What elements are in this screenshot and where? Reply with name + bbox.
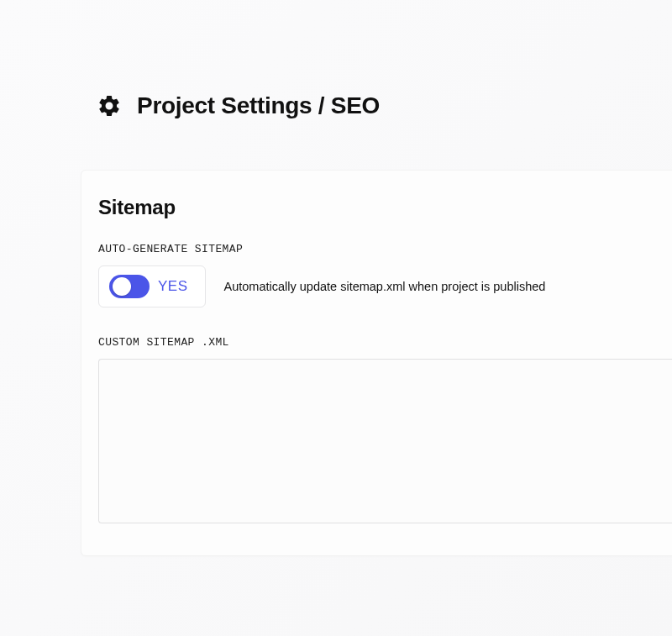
auto-generate-toggle[interactable]: YES [98,265,206,307]
page-title: Project Settings / SEO [137,92,380,119]
toggle-state-label: YES [158,278,188,295]
page-header: Project Settings / SEO [0,0,672,119]
gear-icon [97,93,122,118]
toggle-knob [113,277,131,296]
toggle-switch [109,275,150,298]
auto-generate-row: YES Automatically update sitemap.xml whe… [98,265,672,307]
auto-generate-description: Automatically update sitemap.xml when pr… [224,280,546,293]
custom-sitemap-textarea[interactable] [98,359,672,523]
auto-generate-label: AUTO-GENERATE SITEMAP [98,243,672,255]
sitemap-panel: Sitemap AUTO-GENERATE SITEMAP YES Automa… [81,170,672,556]
section-title: Sitemap [98,196,672,219]
custom-sitemap-label: CUSTOM SITEMAP .XML [98,336,672,349]
